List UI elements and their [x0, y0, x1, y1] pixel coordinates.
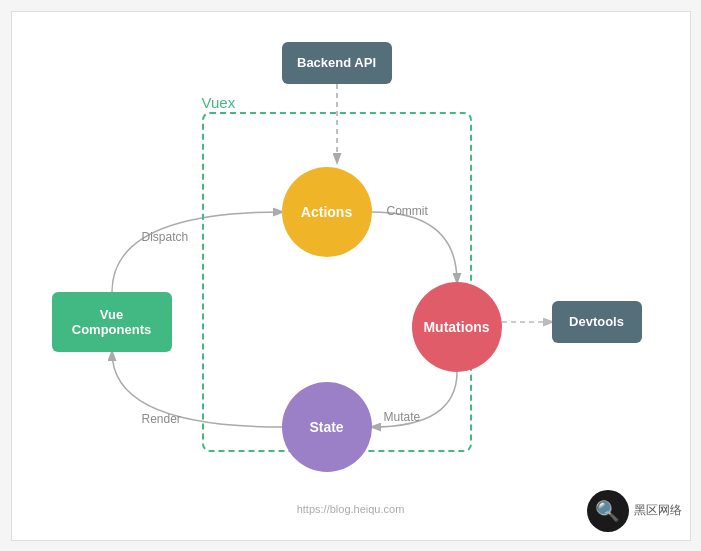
backend-api-box: Backend API — [282, 42, 392, 84]
mutations-circle: Mutations — [412, 282, 502, 372]
url-text: https://blog.heiqu.com — [297, 503, 405, 515]
devtools-box: Devtools — [552, 301, 642, 343]
vuex-label: Vuex — [202, 94, 236, 111]
watermark: 🔍 黑区网络 — [587, 490, 682, 532]
state-circle: State — [282, 382, 372, 472]
dispatch-label: Dispatch — [142, 230, 189, 244]
vue-components-box: Vue Components — [52, 292, 172, 352]
diagram-container: Vuex Backend API Actions Mutations State… — [11, 11, 691, 541]
watermark-logo-circle: 🔍 — [587, 490, 629, 532]
commit-label: Commit — [387, 204, 428, 218]
mutate-label: Mutate — [384, 410, 421, 424]
actions-circle: Actions — [282, 167, 372, 257]
render-label: Render — [142, 412, 181, 426]
watermark-text: 黑区网络 — [634, 502, 682, 519]
